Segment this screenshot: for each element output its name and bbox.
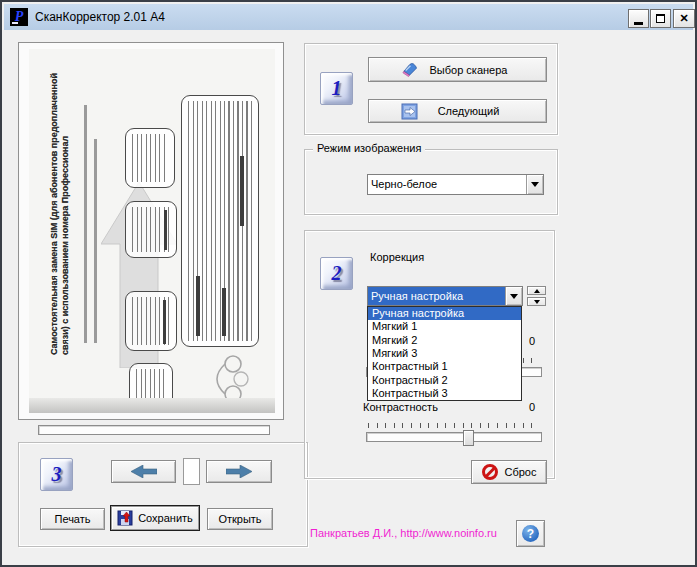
correction-group: 2 Коррекция Ручная настройка 0 Контрастн…	[304, 230, 555, 479]
step3-badge: 3	[40, 458, 73, 491]
contrast-label: Контрастность	[363, 401, 438, 413]
maximize-button[interactable]	[650, 9, 671, 28]
scan-flow-box	[125, 291, 177, 351]
correction-value: Ручная настройка	[368, 287, 505, 305]
reset-button[interactable]: Сброс	[471, 460, 547, 484]
dropdown-option[interactable]: Ручная настройка	[368, 307, 521, 320]
image-mode-legend: Режим изображения	[313, 142, 425, 154]
next-step-icon	[401, 103, 418, 120]
dropdown-option[interactable]: Контрастный 1	[368, 360, 521, 373]
reset-button-label: Сброс	[505, 466, 537, 478]
scanner-icon	[401, 61, 418, 78]
next-step-label: Следующий	[416, 105, 500, 117]
reset-icon	[482, 464, 498, 480]
select-scanner-button[interactable]: Выбор сканера	[368, 57, 547, 82]
progress-bar	[38, 425, 270, 435]
scan-preview-panel: Самостоятельная замена SIM (для абоненто…	[18, 42, 284, 420]
spinner-up-button[interactable]	[527, 286, 546, 295]
correction-combo-arrow[interactable]	[505, 287, 522, 305]
chevron-down-icon	[531, 182, 539, 187]
dropdown-option[interactable]: Контрастный 2	[368, 373, 521, 386]
help-icon: ?	[522, 525, 539, 542]
image-mode-combo-arrow[interactable]	[526, 175, 543, 194]
correction-spinner	[527, 286, 546, 308]
correction-label: Коррекция	[370, 251, 424, 263]
maximize-icon	[656, 14, 665, 23]
scan-flow-box	[125, 201, 177, 258]
arrow-left-icon	[131, 465, 157, 478]
correction-dropdown-list: Ручная настройка Мягкий 1 Мягкий 2 Мягки…	[367, 306, 522, 401]
open-button[interactable]: Открыть	[207, 508, 273, 530]
scanner-group: 1 Выбор сканера Следующий	[304, 43, 558, 135]
print-button[interactable]: Печать	[40, 508, 105, 530]
page-counter-box	[183, 458, 200, 485]
window-title: СканКорректор 2.01 A4	[35, 4, 165, 30]
scan-page-edge	[29, 398, 275, 413]
slider-ticks	[368, 423, 540, 428]
scan-text-line	[94, 139, 97, 343]
previous-page-button[interactable]	[111, 460, 176, 483]
select-scanner-label: Выбор сканера	[408, 64, 508, 76]
dropdown-option[interactable]: Контрастный 3	[368, 387, 521, 400]
chevron-down-icon	[510, 294, 518, 299]
spinner-down-icon	[534, 300, 540, 304]
arrow-right-icon	[226, 465, 252, 478]
floppy-disk-icon	[117, 510, 133, 526]
author-credit-link[interactable]: Панкратьев Д.И., http://www.noinfo.ru	[310, 527, 497, 539]
spinner-up-icon	[534, 289, 540, 293]
slider-track[interactable]	[366, 432, 542, 442]
scan-large-box	[181, 95, 259, 347]
image-mode-combobox[interactable]: Черно-белое	[367, 174, 544, 195]
scan-flow-box	[125, 128, 175, 188]
dropdown-option[interactable]: Мягкий 2	[368, 334, 521, 347]
next-step-button[interactable]: Следующий	[368, 99, 547, 123]
app-icon: Р	[10, 8, 28, 26]
navigation-group: 3 Печать Сохранить Открыть	[18, 442, 308, 547]
scan-rotated-content: Самостоятельная замена SIM (для абоненто…	[29, 49, 275, 413]
contrast-value: 0	[505, 401, 535, 413]
scan-text-line	[84, 105, 87, 343]
save-button[interactable]: Сохранить	[110, 505, 200, 531]
scan-document-title: Самостоятельная замена SIM (для абоненто…	[49, 59, 71, 355]
contrast-slider-thumb[interactable]	[463, 430, 474, 446]
image-mode-group: Режим изображения Черно-белое	[304, 149, 558, 215]
correction-combobox[interactable]: Ручная настройка	[367, 286, 523, 306]
close-button[interactable]: ✕	[673, 9, 695, 28]
minimize-button[interactable]	[628, 9, 649, 28]
scanned-page: Самостоятельная замена SIM (для абоненто…	[29, 49, 275, 413]
step1-badge: 1	[320, 72, 353, 105]
title-bar: Р СканКорректор 2.01 A4 ✕	[4, 4, 693, 30]
dropdown-option[interactable]: Мягкий 3	[368, 347, 521, 360]
step2-badge: 2	[320, 257, 353, 290]
dropdown-option[interactable]: Мягкий 1	[368, 320, 521, 333]
spinner-down-button[interactable]	[527, 297, 546, 306]
save-button-label: Сохранить	[138, 512, 193, 524]
image-mode-value: Черно-белое	[368, 175, 526, 194]
minimize-icon	[634, 22, 643, 25]
next-page-button[interactable]	[206, 460, 272, 483]
help-button[interactable]: ?	[516, 520, 545, 547]
app-window: Р СканКорректор 2.01 A4 ✕ Самостоятельна…	[0, 0, 697, 567]
